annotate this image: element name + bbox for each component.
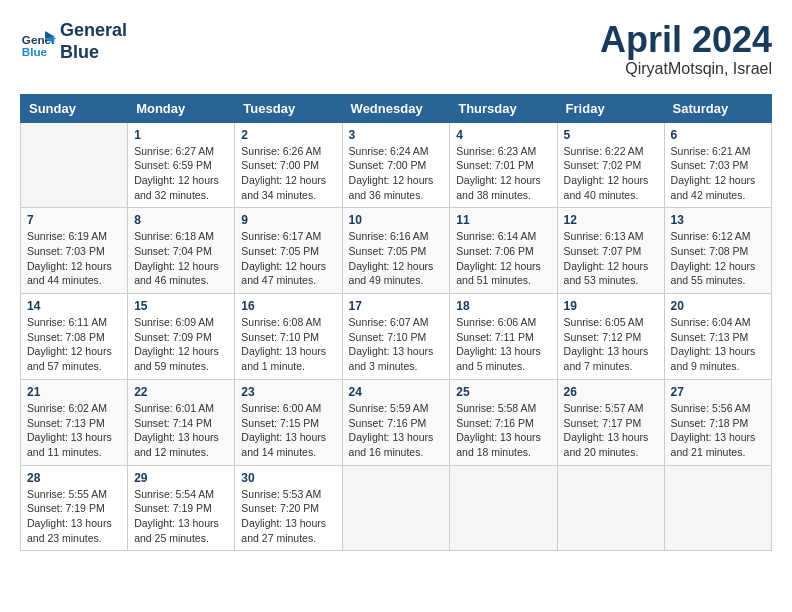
day-number: 15 [134,299,228,313]
calendar-cell: 29Sunrise: 5:54 AMSunset: 7:19 PMDayligh… [128,465,235,551]
calendar-cell: 13Sunrise: 6:12 AMSunset: 7:08 PMDayligh… [664,208,771,294]
day-info: Sunrise: 6:06 AMSunset: 7:11 PMDaylight:… [456,315,550,374]
calendar-cell: 20Sunrise: 6:04 AMSunset: 7:13 PMDayligh… [664,294,771,380]
day-info: Sunrise: 6:24 AMSunset: 7:00 PMDaylight:… [349,144,444,203]
day-header-thursday: Thursday [450,94,557,122]
calendar-cell [557,465,664,551]
calendar-cell: 2Sunrise: 6:26 AMSunset: 7:00 PMDaylight… [235,122,342,208]
day-info: Sunrise: 6:12 AMSunset: 7:08 PMDaylight:… [671,229,765,288]
day-number: 21 [27,385,121,399]
calendar-week-row: 21Sunrise: 6:02 AMSunset: 7:13 PMDayligh… [21,379,772,465]
day-number: 25 [456,385,550,399]
day-header-wednesday: Wednesday [342,94,450,122]
day-number: 29 [134,471,228,485]
svg-text:Blue: Blue [22,44,48,57]
day-number: 28 [27,471,121,485]
day-info: Sunrise: 6:27 AMSunset: 6:59 PMDaylight:… [134,144,228,203]
day-number: 11 [456,213,550,227]
day-number: 17 [349,299,444,313]
month-title: April 2024 [600,20,772,60]
day-number: 3 [349,128,444,142]
day-number: 1 [134,128,228,142]
day-info: Sunrise: 6:04 AMSunset: 7:13 PMDaylight:… [671,315,765,374]
calendar-cell: 11Sunrise: 6:14 AMSunset: 7:06 PMDayligh… [450,208,557,294]
day-info: Sunrise: 6:26 AMSunset: 7:00 PMDaylight:… [241,144,335,203]
calendar-cell: 4Sunrise: 6:23 AMSunset: 7:01 PMDaylight… [450,122,557,208]
day-number: 8 [134,213,228,227]
calendar-cell: 7Sunrise: 6:19 AMSunset: 7:03 PMDaylight… [21,208,128,294]
calendar-cell: 24Sunrise: 5:59 AMSunset: 7:16 PMDayligh… [342,379,450,465]
day-info: Sunrise: 6:05 AMSunset: 7:12 PMDaylight:… [564,315,658,374]
day-header-sunday: Sunday [21,94,128,122]
calendar-cell: 22Sunrise: 6:01 AMSunset: 7:14 PMDayligh… [128,379,235,465]
day-info: Sunrise: 6:11 AMSunset: 7:08 PMDaylight:… [27,315,121,374]
day-info: Sunrise: 5:54 AMSunset: 7:19 PMDaylight:… [134,487,228,546]
calendar-cell: 30Sunrise: 5:53 AMSunset: 7:20 PMDayligh… [235,465,342,551]
day-info: Sunrise: 6:23 AMSunset: 7:01 PMDaylight:… [456,144,550,203]
day-info: Sunrise: 6:16 AMSunset: 7:05 PMDaylight:… [349,229,444,288]
day-info: Sunrise: 6:09 AMSunset: 7:09 PMDaylight:… [134,315,228,374]
calendar-cell: 25Sunrise: 5:58 AMSunset: 7:16 PMDayligh… [450,379,557,465]
day-info: Sunrise: 5:55 AMSunset: 7:19 PMDaylight:… [27,487,121,546]
calendar-cell: 6Sunrise: 6:21 AMSunset: 7:03 PMDaylight… [664,122,771,208]
day-info: Sunrise: 6:14 AMSunset: 7:06 PMDaylight:… [456,229,550,288]
logo-icon: General Blue [20,24,56,60]
calendar-cell [342,465,450,551]
day-number: 26 [564,385,658,399]
day-header-tuesday: Tuesday [235,94,342,122]
day-info: Sunrise: 6:19 AMSunset: 7:03 PMDaylight:… [27,229,121,288]
calendar-cell: 21Sunrise: 6:02 AMSunset: 7:13 PMDayligh… [21,379,128,465]
day-number: 24 [349,385,444,399]
day-number: 14 [27,299,121,313]
calendar-cell: 12Sunrise: 6:13 AMSunset: 7:07 PMDayligh… [557,208,664,294]
day-number: 18 [456,299,550,313]
day-info: Sunrise: 6:22 AMSunset: 7:02 PMDaylight:… [564,144,658,203]
day-number: 9 [241,213,335,227]
day-info: Sunrise: 6:17 AMSunset: 7:05 PMDaylight:… [241,229,335,288]
title-block: April 2024 QiryatMotsqin, Israel [600,20,772,78]
day-info: Sunrise: 5:56 AMSunset: 7:18 PMDaylight:… [671,401,765,460]
day-number: 27 [671,385,765,399]
logo: General Blue General Blue [20,20,127,63]
day-info: Sunrise: 6:02 AMSunset: 7:13 PMDaylight:… [27,401,121,460]
day-header-saturday: Saturday [664,94,771,122]
day-number: 10 [349,213,444,227]
day-number: 6 [671,128,765,142]
day-info: Sunrise: 5:57 AMSunset: 7:17 PMDaylight:… [564,401,658,460]
day-number: 23 [241,385,335,399]
day-info: Sunrise: 6:01 AMSunset: 7:14 PMDaylight:… [134,401,228,460]
calendar-cell: 9Sunrise: 6:17 AMSunset: 7:05 PMDaylight… [235,208,342,294]
day-info: Sunrise: 6:08 AMSunset: 7:10 PMDaylight:… [241,315,335,374]
day-info: Sunrise: 6:07 AMSunset: 7:10 PMDaylight:… [349,315,444,374]
day-info: Sunrise: 5:53 AMSunset: 7:20 PMDaylight:… [241,487,335,546]
page-header: General Blue General Blue April 2024 Qir… [20,20,772,78]
calendar-cell: 17Sunrise: 6:07 AMSunset: 7:10 PMDayligh… [342,294,450,380]
day-info: Sunrise: 6:18 AMSunset: 7:04 PMDaylight:… [134,229,228,288]
day-number: 4 [456,128,550,142]
day-number: 7 [27,213,121,227]
day-info: Sunrise: 6:13 AMSunset: 7:07 PMDaylight:… [564,229,658,288]
calendar-cell: 5Sunrise: 6:22 AMSunset: 7:02 PMDaylight… [557,122,664,208]
calendar-week-row: 28Sunrise: 5:55 AMSunset: 7:19 PMDayligh… [21,465,772,551]
calendar-week-row: 7Sunrise: 6:19 AMSunset: 7:03 PMDaylight… [21,208,772,294]
calendar-cell: 23Sunrise: 6:00 AMSunset: 7:15 PMDayligh… [235,379,342,465]
location: QiryatMotsqin, Israel [600,60,772,78]
day-number: 30 [241,471,335,485]
calendar-cell [450,465,557,551]
day-header-friday: Friday [557,94,664,122]
day-number: 16 [241,299,335,313]
calendar-cell: 16Sunrise: 6:08 AMSunset: 7:10 PMDayligh… [235,294,342,380]
calendar-week-row: 1Sunrise: 6:27 AMSunset: 6:59 PMDaylight… [21,122,772,208]
calendar-header-row: SundayMondayTuesdayWednesdayThursdayFrid… [21,94,772,122]
day-number: 2 [241,128,335,142]
day-info: Sunrise: 6:21 AMSunset: 7:03 PMDaylight:… [671,144,765,203]
calendar-cell: 18Sunrise: 6:06 AMSunset: 7:11 PMDayligh… [450,294,557,380]
day-info: Sunrise: 5:58 AMSunset: 7:16 PMDaylight:… [456,401,550,460]
day-header-monday: Monday [128,94,235,122]
calendar-week-row: 14Sunrise: 6:11 AMSunset: 7:08 PMDayligh… [21,294,772,380]
calendar-cell: 27Sunrise: 5:56 AMSunset: 7:18 PMDayligh… [664,379,771,465]
day-info: Sunrise: 6:00 AMSunset: 7:15 PMDaylight:… [241,401,335,460]
day-number: 5 [564,128,658,142]
day-number: 13 [671,213,765,227]
day-number: 12 [564,213,658,227]
